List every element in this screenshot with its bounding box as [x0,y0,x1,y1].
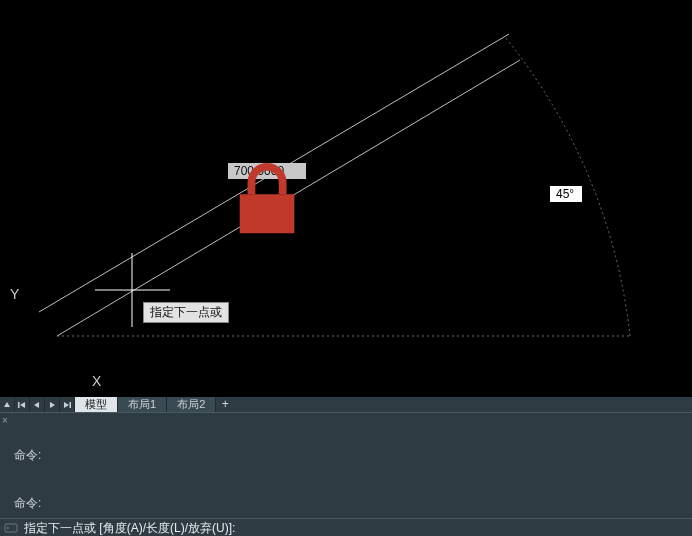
svg-marker-13 [20,402,25,408]
layout-tabbar: 模型 布局1 布局2 + [0,397,692,412]
command-input[interactable] [22,520,692,536]
angle-input-box[interactable]: 45° [550,186,582,202]
tab-first-icon[interactable] [15,397,30,412]
tab-next-icon[interactable] [45,397,60,412]
ucs-x-label: X [92,373,101,389]
command-prompt-icon [4,521,18,535]
tab-add[interactable]: + [216,397,234,412]
tab-layout1[interactable]: 布局1 [118,397,167,412]
close-icon[interactable]: × [2,415,8,426]
tab-prev-icon[interactable] [30,397,45,412]
svg-marker-15 [50,402,55,408]
cursor-prompt-tooltip: 指定下一点或 [143,302,229,323]
drawing-canvas [0,0,692,397]
svg-rect-12 [18,402,20,408]
lock-icon [290,166,300,176]
tab-last-icon[interactable] [60,397,75,412]
drawing-viewport[interactable]: 700.0000 45° 指定下一点或 X Y [0,0,692,397]
svg-marker-16 [64,402,69,408]
tab-menu-up-icon[interactable] [0,397,15,412]
command-prompt-row [0,518,692,536]
svg-rect-17 [70,402,72,408]
tab-model[interactable]: 模型 [75,397,118,412]
svg-rect-18 [5,524,17,532]
svg-marker-11 [4,402,10,407]
ucs-y-label: Y [10,286,19,302]
distance-input-box[interactable]: 700.0000 [228,163,306,179]
svg-rect-5 [240,194,295,233]
tab-nav-icons [0,397,75,412]
tab-layout2[interactable]: 布局2 [167,397,216,412]
svg-marker-14 [34,402,39,408]
angle-value: 45° [556,187,574,201]
command-window: × 命令: 命令: 命令: L LINE 指定第一个点: [0,412,692,536]
